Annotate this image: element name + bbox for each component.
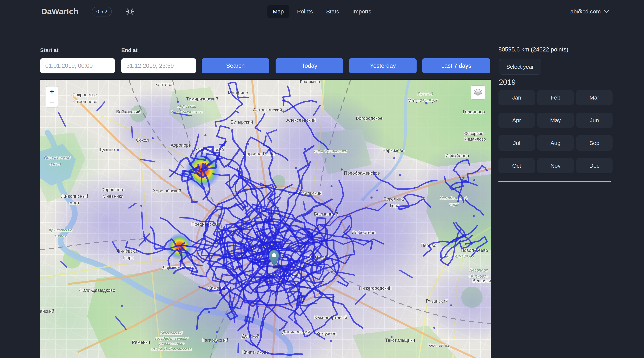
svg-text:холмы: холмы: [54, 233, 67, 238]
select-year-button[interactable]: Select year: [499, 59, 541, 75]
svg-text:ПКиО Измайлово: ПКиО Измайлово: [443, 254, 474, 258]
month-button-mar[interactable]: Mar: [576, 90, 612, 105]
svg-text:Парк: Парк: [123, 255, 134, 260]
page: DaWarIch 0.5.2 Map Points Stats Imports: [0, 0, 644, 358]
account-email: ab@cd.com: [570, 8, 601, 15]
zoom-in-button[interactable]: +: [46, 86, 58, 97]
svg-text:залив: залив: [50, 162, 61, 166]
svg-text:Бутырский: Бутырский: [231, 119, 253, 125]
svg-text:им. М. В. Ломоносова: им. М. В. Ломоносова: [152, 347, 192, 351]
month-button-jun[interactable]: Jun: [576, 113, 612, 128]
svg-text:Яузский: Яузский: [417, 91, 433, 96]
map-tiles: РостокиноКоптевоМарфиноПокровское-Стрешн…: [40, 80, 491, 358]
yesterday-button[interactable]: Yesterday: [349, 58, 416, 73]
theme-toggle-button[interactable]: [125, 7, 135, 16]
svg-text:Алексеевский: Алексеевский: [286, 118, 316, 123]
account-menu[interactable]: ab@cd.com: [570, 0, 609, 23]
nav-tabs: Map Points Stats Imports: [268, 0, 376, 23]
svg-text:парк: парк: [449, 202, 459, 207]
month-button-dec[interactable]: Dec: [576, 158, 612, 173]
svg-text:университет: университет: [158, 341, 184, 346]
svg-text:Гагаринский: Гагаринский: [202, 338, 228, 343]
svg-text:Черкизово: Черкизово: [382, 148, 405, 153]
svg-text:Измайлово: Измайлово: [446, 153, 469, 158]
top-navbar: DaWarIch 0.5.2 Map Points Stats Imports: [0, 0, 644, 23]
svg-text:Лефортово: Лефортово: [352, 230, 376, 235]
tab-stats[interactable]: Stats: [321, 5, 344, 18]
svg-text:Раменки: Раменки: [132, 340, 150, 345]
month-button-apr[interactable]: Apr: [498, 113, 535, 128]
svg-text:Строгинский: Строгинский: [44, 155, 70, 160]
app-logo: DaWarIch: [41, 7, 78, 16]
svg-text:Щукино: Щукино: [98, 147, 115, 152]
month-button-feb[interactable]: Feb: [537, 90, 574, 105]
svg-text:парк Сокольники: парк Сокольники: [314, 149, 347, 153]
svg-text:Хорошёвский: Хорошёвский: [153, 188, 181, 193]
svg-text:Кожухово: Кожухово: [316, 331, 336, 336]
month-button-jul[interactable]: Jul: [498, 135, 535, 151]
today-button[interactable]: Today: [276, 58, 344, 73]
month-button-aug[interactable]: Aug: [537, 135, 574, 151]
sidebar-divider: [498, 181, 611, 182]
svg-text:мост: мост: [70, 200, 80, 205]
svg-text:МСХА им.: МСХА им.: [178, 104, 196, 108]
month-button-oct[interactable]: Oct: [498, 158, 535, 173]
end-at-input[interactable]: [121, 58, 196, 73]
month-grid: Jan Feb Mar Apr May Jun Jul Aug Sep Oct …: [498, 90, 616, 173]
start-at-input[interactable]: [40, 58, 115, 73]
svg-text:Северное: Северное: [464, 131, 484, 136]
start-at-label: Start at: [40, 47, 58, 53]
svg-text:Гольяново: Гольяново: [463, 109, 485, 114]
map-layers-control[interactable]: [471, 85, 485, 100]
map-zoom-control: + −: [46, 86, 58, 108]
last-7-days-button[interactable]: Last 7 days: [422, 58, 490, 73]
svg-text:Кузьминки: Кузьминки: [428, 343, 450, 348]
layers-icon: [474, 88, 482, 97]
chevron-down-icon: [604, 10, 609, 13]
month-button-may[interactable]: May: [537, 113, 574, 128]
svg-text:Аэропорт: Аэропорт: [170, 143, 191, 148]
svg-text:Стрешнево: Стрешнево: [73, 99, 98, 104]
distance-points-stat: 80595.6 km (24622 points): [498, 46, 568, 53]
year-heading: 2019: [499, 78, 516, 86]
svg-text:Фили-Давыдково: Фили-Давыдково: [79, 288, 116, 293]
svg-text:Сокол: Сокол: [136, 138, 149, 143]
month-button-nov[interactable]: Nov: [537, 158, 574, 173]
svg-text:Московский: Московский: [160, 331, 182, 335]
svg-text:Рязанский: Рязанский: [426, 298, 448, 304]
tab-points[interactable]: Points: [292, 5, 318, 18]
sun-icon: [126, 7, 134, 16]
svg-text:государственный: государственный: [155, 336, 188, 341]
svg-text:Лесопарк: Лесопарк: [469, 268, 488, 272]
svg-text:Ростокино: Ростокино: [300, 80, 320, 84]
svg-text:Нижегородский: Нижегородский: [359, 286, 391, 291]
svg-text:Измайлово: Измайлово: [464, 137, 486, 142]
svg-text:Коптево: Коптево: [155, 82, 172, 87]
svg-text:Соколиная: Соколиная: [383, 196, 406, 201]
svg-text:айский: айский: [40, 309, 54, 314]
end-at-label: End at: [121, 47, 138, 53]
map-canvas[interactable]: РостокиноКоптевоМарфиноПокровское-Стрешн…: [40, 80, 491, 358]
search-button[interactable]: Search: [202, 58, 269, 73]
month-button-sep[interactable]: Sep: [576, 135, 612, 151]
svg-text:Останкинский: Останкинский: [253, 107, 282, 112]
svg-text:«Кусково»: «Кусково»: [468, 274, 488, 279]
svg-text:Даниловский: Даниловский: [282, 329, 310, 334]
svg-text:Покровское-: Покровское-: [72, 92, 98, 97]
version-badge: 0.5.2: [92, 7, 112, 16]
svg-text:Живописный: Живописный: [61, 193, 88, 199]
svg-text:Войковский: Войковский: [116, 109, 141, 114]
svg-text:Вешняки: Вешняки: [472, 278, 491, 283]
svg-text:Текстильщики: Текстильщики: [385, 338, 415, 343]
svg-text:Хорошёво-: Хорошёво-: [102, 187, 124, 192]
brand: DaWarIch 0.5.2: [41, 0, 135, 23]
svg-text:Тимирязевский: Тимирязевский: [186, 96, 218, 101]
svg-text:лесопарк: лесопарк: [416, 97, 434, 102]
tab-imports[interactable]: Imports: [347, 5, 376, 18]
month-button-jan[interactable]: Jan: [498, 90, 535, 105]
zoom-out-button[interactable]: −: [46, 97, 58, 107]
svg-text:Мнёвники: Мнёвники: [102, 193, 124, 199]
svg-text:Богородское: Богородское: [356, 116, 382, 121]
svg-text:Крылатские: Крылатские: [49, 228, 72, 232]
tab-map[interactable]: Map: [268, 5, 289, 18]
